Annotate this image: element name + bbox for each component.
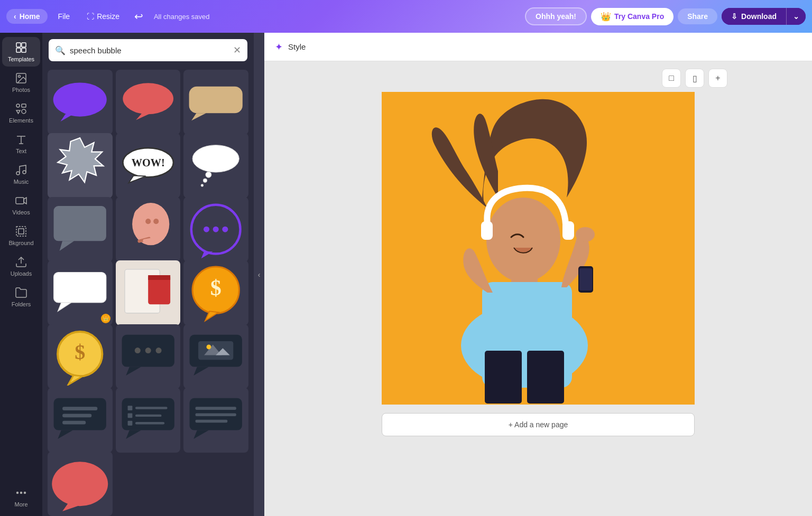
- sidebar-item-videos[interactable]: Videos: [2, 190, 40, 220]
- main-layout: Templates Photos Elements: [0, 33, 812, 516]
- svg-point-14: [21, 492, 22, 494]
- svg-rect-81: [196, 414, 236, 417]
- sidebar-item-text[interactable]: Text: [2, 129, 40, 158]
- svg-marker-47: [148, 275, 170, 280]
- svg-rect-96: [527, 351, 564, 404]
- result-purple-bubble[interactable]: [48, 70, 113, 135]
- result-wow-bubble[interactable]: WOW!: [116, 133, 181, 198]
- svg-rect-67: [62, 407, 97, 411]
- result-red-bubble[interactable]: [116, 70, 181, 135]
- add-page-button[interactable]: + Add a new page: [382, 413, 695, 436]
- add-icon: +: [715, 73, 720, 83]
- svg-marker-84: [62, 503, 83, 511]
- svg-point-6: [16, 104, 20, 107]
- result-black-text-bubble-2[interactable]: [116, 388, 181, 453]
- uploads-icon: [15, 256, 27, 268]
- download-main-area: ⇩ Download: [722, 8, 787, 25]
- svg-marker-24: [128, 175, 145, 183]
- tan-bubble-svg: [187, 73, 245, 131]
- search-input[interactable]: [70, 46, 229, 55]
- dollar-outline-bubble-svg: $: [51, 327, 109, 386]
- sidebar-item-music[interactable]: Music: [2, 160, 40, 189]
- black-text-bubble-3-svg: [187, 391, 245, 449]
- result-black-text-bubble-1[interactable]: [48, 388, 113, 453]
- svg-rect-1: [22, 43, 26, 47]
- share-button[interactable]: Share: [678, 8, 717, 24]
- result-white-simple-bubble[interactable]: 👑: [48, 260, 113, 325]
- background-label: Bkground: [8, 240, 33, 246]
- download-button[interactable]: ⇩ Download ⌄: [722, 8, 806, 25]
- ohhh-yeah-button[interactable]: Ohhh yeah!: [525, 7, 587, 25]
- hide-panel-button[interactable]: ‹: [254, 33, 264, 516]
- sidebar-item-more[interactable]: More: [2, 482, 40, 512]
- svg-point-83: [52, 462, 108, 506]
- result-black-image-bubble[interactable]: [183, 324, 248, 389]
- clear-search-button[interactable]: ✕: [233, 44, 241, 56]
- svg-rect-20: [189, 87, 243, 114]
- download-dropdown-arrow[interactable]: ⌄: [787, 8, 806, 25]
- templates-icon: [15, 41, 27, 54]
- topbar: ‹ Home File ⛶ Resize ↩ All changes saved…: [0, 0, 812, 33]
- undo-button[interactable]: ↩: [130, 8, 147, 25]
- result-gray-rect-bubble[interactable]: [48, 197, 113, 262]
- svg-rect-75: [135, 415, 162, 417]
- try-canva-pro-button[interactable]: 👑 Try Canva Pro: [591, 8, 673, 25]
- svg-marker-50: [206, 312, 219, 321]
- svg-marker-55: [126, 367, 141, 376]
- svg-point-28: [204, 179, 207, 182]
- style-star-icon: ✦: [275, 41, 283, 53]
- uploads-label: Uploads: [11, 270, 32, 277]
- sidebar-item-uploads[interactable]: Uploads: [2, 251, 40, 281]
- canvas-design[interactable]: OHHH YEAH!: [382, 92, 695, 405]
- thought-bubble-svg: [187, 137, 245, 195]
- svg-marker-31: [60, 241, 75, 251]
- search-panel: 🔍 ✕: [42, 33, 254, 516]
- download-icon: ⇩: [731, 12, 737, 21]
- sidebar-item-templates[interactable]: Templates: [2, 37, 40, 67]
- result-dollar-yellow-bubble[interactable]: $: [183, 260, 248, 325]
- notes-icon: □: [669, 73, 674, 83]
- elements-icon: [15, 102, 27, 115]
- sidebar-item-folders[interactable]: Folders: [2, 282, 40, 312]
- svg-point-35: [153, 219, 159, 224]
- home-button[interactable]: ‹ Home: [6, 9, 48, 24]
- file-button[interactable]: File: [52, 9, 77, 24]
- canvas-copy-button[interactable]: ▯: [685, 69, 704, 88]
- result-dots-bubble[interactable]: [183, 197, 248, 262]
- result-tan-bubble[interactable]: [183, 70, 248, 135]
- svg-point-40: [213, 227, 219, 232]
- svg-marker-71: [126, 430, 141, 439]
- svg-rect-43: [54, 273, 106, 303]
- result-spiky-bubble[interactable]: [48, 133, 113, 198]
- result-partial-red-bubble[interactable]: [48, 452, 113, 516]
- copy-icon: ▯: [693, 73, 697, 83]
- svg-rect-68: [62, 414, 91, 418]
- svg-point-92: [576, 227, 595, 242]
- chevron-left-icon: ‹: [14, 12, 16, 21]
- result-document-bubble[interactable]: [116, 260, 181, 325]
- canvas-person-svg: OHHH YEAH!: [382, 92, 695, 405]
- result-black-text-bubble-3[interactable]: [183, 388, 248, 453]
- elements-label: Elements: [9, 117, 33, 124]
- sidebar-item-background[interactable]: Bkground: [2, 221, 40, 250]
- svg-point-9: [16, 172, 20, 175]
- background-icon: [15, 225, 27, 238]
- sidebar-item-elements[interactable]: Elements: [2, 98, 40, 128]
- resize-button[interactable]: ⛶ Resize: [80, 9, 126, 24]
- hide-panel-icon: ‹: [258, 270, 261, 279]
- result-black-dots-bubble[interactable]: [116, 324, 181, 389]
- result-thought-bubble[interactable]: [183, 133, 248, 198]
- svg-point-58: [155, 348, 161, 353]
- gray-rect-bubble-svg: [51, 200, 109, 258]
- canvas-add-button[interactable]: +: [708, 69, 727, 88]
- more-icon: [15, 486, 27, 499]
- svg-text:$: $: [210, 276, 222, 301]
- svg-marker-44: [58, 303, 71, 312]
- sidebar-item-photos[interactable]: Photos: [2, 68, 40, 97]
- spiky-bubble-svg: [51, 137, 109, 195]
- saved-status: All changes saved: [154, 13, 210, 21]
- result-dollar-outline-bubble[interactable]: $: [48, 324, 113, 389]
- result-peach-bubble[interactable]: [116, 197, 181, 262]
- svg-rect-0: [16, 43, 21, 47]
- canvas-notes-button[interactable]: □: [662, 69, 681, 88]
